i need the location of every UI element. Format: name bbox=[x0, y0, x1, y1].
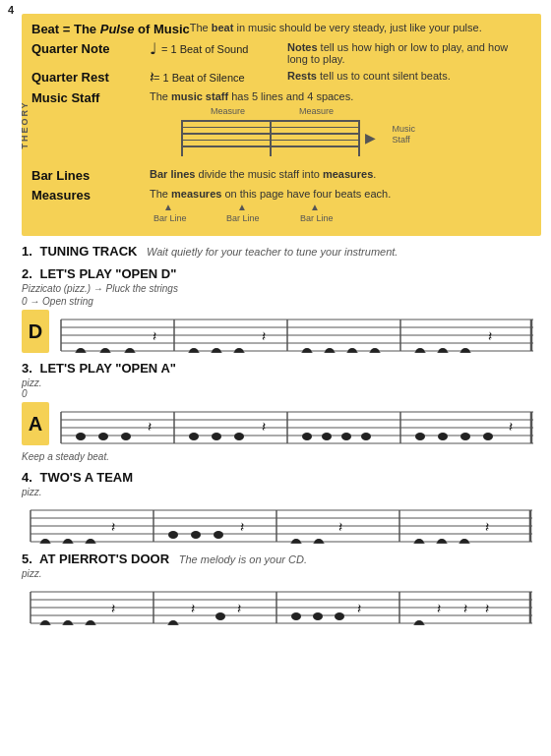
svg-point-19 bbox=[212, 348, 221, 353]
section-2-notation: D 𝄽 bbox=[22, 310, 541, 353]
section-1-number: 1. bbox=[22, 244, 32, 259]
svg-text:𝄽: 𝄽 bbox=[111, 522, 115, 532]
section-2-note2: 0 → Open string bbox=[22, 296, 541, 307]
svg-point-36 bbox=[460, 348, 470, 353]
section-4-notation: 𝄽 𝄽 𝄽 𝄽 bbox=[22, 500, 541, 544]
svg-point-14 bbox=[125, 348, 135, 353]
svg-text:𝄽: 𝄽 bbox=[357, 604, 361, 613]
svg-point-63 bbox=[460, 433, 470, 440]
section-2-staff: 𝄽 𝄽 𝄽 bbox=[53, 310, 541, 353]
section-3-key-box: A bbox=[22, 402, 49, 445]
section-3-title: 3. LET'S PLAY "OPEN A" bbox=[22, 361, 541, 376]
svg-text:𝄽: 𝄽 bbox=[148, 422, 152, 432]
svg-point-116 bbox=[168, 620, 178, 625]
section-4: 4. TWO'S A TEAM pizz. 𝄽 bbox=[22, 470, 541, 544]
theory-row-quarter-rest: Quarter Rest 𝄽 = 1 Beat of Silence Rests… bbox=[31, 70, 531, 86]
desc-music-staff: The music staff has 5 lines and 4 spaces… bbox=[150, 90, 531, 102]
staff-diagram-area: Measure Measure ▶ MusicStaff bbox=[150, 102, 531, 163]
music-staff-content: The music staff has 5 lines and 4 spaces… bbox=[150, 90, 531, 163]
svg-point-17 bbox=[189, 348, 199, 353]
section-3-number: 3. bbox=[22, 361, 32, 376]
svg-point-89 bbox=[314, 539, 324, 544]
svg-point-34 bbox=[438, 348, 448, 353]
sub-quarter-rest: 𝄽 = 1 Beat of Silence bbox=[150, 70, 287, 86]
svg-point-26 bbox=[325, 348, 335, 353]
staff-diagram: Measure Measure ▶ MusicStaff bbox=[181, 106, 378, 163]
section-5: 5. AT PIERROT'S DOOR The melody is on yo… bbox=[22, 552, 541, 625]
barline-label-3: Bar Line bbox=[300, 213, 334, 223]
svg-point-83 bbox=[168, 531, 178, 539]
theory-row-music-staff: Music Staff The music staff has 5 lines … bbox=[31, 90, 531, 163]
svg-point-58 bbox=[322, 433, 332, 440]
svg-point-57 bbox=[302, 433, 312, 440]
section-2-key-box: D bbox=[22, 310, 49, 353]
svg-point-21 bbox=[234, 348, 244, 353]
keep-steady-label: Keep a steady beat. bbox=[22, 451, 541, 462]
svg-point-61 bbox=[415, 433, 425, 440]
section-3-name: LET'S PLAY "OPEN A" bbox=[39, 361, 175, 376]
svg-point-53 bbox=[189, 433, 199, 440]
theory-row-beat: Beat = The Pulse of Music The beat in mu… bbox=[31, 22, 531, 36]
section-4-number: 4. bbox=[22, 470, 32, 485]
svg-point-78 bbox=[63, 539, 73, 544]
desc-bar-lines: Bar lines divide the music staff into me… bbox=[150, 168, 531, 180]
svg-point-55 bbox=[234, 433, 244, 440]
section-5-svg: 𝄽 𝄽 𝄽 𝄽 𝄽 𝄽 𝄽 bbox=[22, 582, 541, 625]
section-3-staff: 𝄽 𝄽 𝄽 bbox=[53, 402, 541, 445]
section-2-svg: 𝄽 𝄽 𝄽 bbox=[53, 310, 541, 353]
svg-text:𝄽: 𝄽 bbox=[485, 604, 489, 613]
svg-point-94 bbox=[437, 539, 447, 544]
section-2: 2. LET'S PLAY "OPEN D" Pizzicato (pizz.)… bbox=[22, 266, 541, 353]
svg-point-122 bbox=[313, 612, 323, 620]
svg-text:𝄽: 𝄽 bbox=[237, 604, 241, 613]
term-beat: Beat = The Pulse of Music bbox=[31, 22, 190, 36]
svg-point-96 bbox=[459, 539, 469, 544]
measure-label-2: Measure bbox=[299, 106, 334, 116]
section-3-note: pizz.0 bbox=[22, 378, 541, 399]
svg-point-109 bbox=[40, 620, 50, 625]
barline-end bbox=[358, 120, 360, 156]
svg-text:𝄽: 𝄽 bbox=[485, 522, 489, 532]
barline-start bbox=[181, 120, 183, 156]
term-quarter-note: Quarter Note bbox=[31, 41, 150, 56]
svg-text:𝄽: 𝄽 bbox=[437, 604, 441, 613]
section-1-subtitle: Wait quietly for your teacher to tune yo… bbox=[147, 246, 398, 258]
svg-text:𝄽: 𝄽 bbox=[338, 522, 342, 532]
svg-point-119 bbox=[215, 612, 225, 620]
term-measures: Measures bbox=[31, 188, 150, 203]
svg-text:𝄽: 𝄽 bbox=[262, 422, 266, 432]
svg-point-24 bbox=[302, 348, 312, 353]
measures-content: The measures on this page have four beat… bbox=[150, 188, 531, 223]
barline-label-1: Bar Line bbox=[153, 213, 187, 223]
section-3-notation: A 𝄽 𝄽 bbox=[22, 402, 541, 445]
section-5-number: 5. bbox=[22, 552, 32, 566]
svg-text:𝄽: 𝄽 bbox=[488, 331, 492, 341]
svg-point-76 bbox=[40, 539, 50, 544]
desc-measures: The measures on this page have four beat… bbox=[150, 188, 531, 200]
svg-point-111 bbox=[63, 620, 73, 625]
section-5-staff: 𝄽 𝄽 𝄽 𝄽 𝄽 𝄽 𝄽 bbox=[22, 582, 541, 625]
svg-point-80 bbox=[86, 539, 95, 544]
desc-quarter-note: Notes tell us how high or low to play, a… bbox=[287, 41, 531, 65]
svg-text:𝄽: 𝄽 bbox=[191, 604, 195, 613]
sub-quarter-note: ♩ = 1 Beat of Sound bbox=[150, 41, 287, 57]
barline-arrow-2: ▲ bbox=[237, 202, 247, 212]
svg-point-60 bbox=[361, 433, 371, 440]
svg-point-85 bbox=[214, 531, 223, 539]
svg-text:𝄽: 𝄽 bbox=[262, 331, 266, 341]
svg-point-123 bbox=[335, 612, 344, 620]
barline-mid bbox=[270, 120, 272, 156]
svg-point-50 bbox=[98, 433, 108, 440]
svg-point-32 bbox=[415, 348, 425, 353]
desc-beat: The beat in music should be very steady,… bbox=[190, 22, 531, 33]
svg-point-10 bbox=[76, 348, 86, 353]
svg-point-59 bbox=[341, 433, 351, 440]
section-1: 1. TUNING TRACK Wait quietly for your te… bbox=[22, 244, 541, 259]
section-5-name: AT PIERROT'S DOOR bbox=[39, 552, 169, 566]
barline-arrow-1: ▲ bbox=[163, 202, 173, 212]
svg-text:𝄽: 𝄽 bbox=[153, 331, 156, 341]
section-2-note1: Pizzicato (pizz.) → Pluck the strings bbox=[22, 283, 541, 294]
svg-text:𝄽: 𝄽 bbox=[463, 604, 467, 613]
section-1-name: TUNING TRACK bbox=[39, 244, 137, 259]
svg-point-64 bbox=[483, 433, 493, 440]
